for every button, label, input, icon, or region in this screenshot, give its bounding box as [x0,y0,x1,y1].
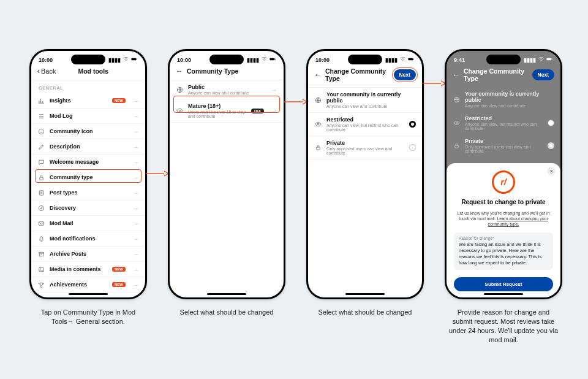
lock-icon [453,142,460,150]
wifi-icon [261,56,268,64]
options-list: RestrictedAnyone can view, but restrict … [447,112,560,157]
caption-2: Select what should be changed [180,308,274,317]
chevron-right-icon: → [133,235,139,242]
arrow-left-icon: ← [453,71,460,78]
chevron-right-icon: → [133,113,139,120]
reason-input[interactable]: Reason for change* We are facing an issu… [454,232,553,270]
row-label: Achievements [50,281,107,288]
learn-link[interactable]: Learn about changing your community type… [488,216,548,226]
row-label: Community Icon [50,128,128,134]
radio[interactable] [409,121,416,128]
menu-row-achievements[interactable]: AchievementsNEW→ [31,277,145,293]
next-button[interactable]: Next [532,69,554,80]
home-indicator [69,293,108,295]
eye-icon [453,120,460,127]
svg-rect-30 [454,145,458,148]
chevron-right-icon: → [133,98,139,104]
badge: NEW [112,267,126,272]
menu-row-community-icon[interactable]: Community Icon→ [31,124,145,139]
chevron-right-icon: → [271,86,277,93]
back-button[interactable]: ← [453,71,460,78]
caption-3: Select what should be changed [318,308,412,317]
phone-request-sheet: 9:41 ▮▮▮▮ ← Change Community Type [445,49,562,299]
highlight-next [392,67,418,82]
row-label: Discovery [50,205,128,211]
row-sub: Anyone can view, but restrict who can co… [465,122,543,131]
notch [348,55,382,64]
globe-icon [314,96,322,104]
arrow-connector [423,83,446,83]
menu-row-post-types[interactable]: Post types→ [31,185,145,201]
notch [71,55,105,64]
pencil-icon [37,143,45,150]
menu-row-mod-mail[interactable]: Mod Mail→ [31,216,145,231]
menu-row-mod-log[interactable]: Mod Log→ [31,109,145,124]
menu-row-community-type[interactable]: Community type→ [31,170,145,185]
menu-row-description[interactable]: Description→ [31,139,145,155]
archive-icon [37,250,45,258]
home-indicator [207,293,246,295]
title-bar: ← Change Community Type Next [447,65,560,87]
status-time: 10:00 [315,57,330,63]
signal-icon: ▮▮▮▮ [385,57,398,63]
menu-general: InsightsNEW→Mod Log→Community Icon→Descr… [31,93,145,293]
page-title: Change Community Type [325,67,390,82]
back-button[interactable]: ← [314,71,322,78]
badge: NEW [112,98,126,103]
signal-icon: ▮▮▮▮ [247,57,259,63]
menu-row-private[interactable]: PrivateOnly approved users can view and … [447,134,560,157]
menu-row-public[interactable]: PublicAnyone can view and contribute→ [170,80,284,99]
badge: OFF [251,109,264,113]
submit-button[interactable]: Submit Request [454,277,553,291]
row-label: Restricted [326,117,404,123]
trophy-icon [37,281,45,288]
menu-row-mature-18-[interactable]: Mature (18+)Users must be over 18 to vie… [170,99,284,123]
row-label: Archive Posts [50,251,128,257]
eye-icon [314,121,322,128]
battery-icon [408,56,415,64]
menu-row-mod-notifications[interactable]: Mod notifications→ [31,231,145,247]
next-button[interactable]: Next [394,69,416,80]
menu-row-discovery[interactable]: Discovery→ [31,201,145,216]
back-button[interactable]: ← [176,67,183,75]
svg-rect-15 [270,58,274,61]
home-indicator [484,293,523,295]
radio[interactable] [548,120,554,126]
home-indicator [345,293,385,295]
arrow-connector [284,101,307,102]
wifi-icon [399,56,406,64]
svg-point-5 [39,205,43,210]
radio[interactable] [409,144,416,151]
row-label: Description [50,144,128,150]
title-bar: ‹ Back Mod tools [31,65,145,80]
status-sub: Anyone can view and contribute [326,104,416,109]
menu-row-archive-posts[interactable]: Archive Posts→ [31,247,145,262]
svg-rect-7 [39,252,43,253]
menu-row-restricted[interactable]: RestrictedAnyone can view, but restrict … [447,112,560,134]
signal-icon: ▮▮▮▮ [524,57,536,63]
row-label: Restricted [465,115,543,121]
row-label: Mod notifications [50,235,128,242]
row-label: Mod Mail [50,220,128,226]
svg-rect-21 [413,59,414,60]
radio[interactable] [548,142,554,149]
menu-row-private[interactable]: PrivateOnly approved users can view and … [308,136,422,159]
svg-rect-0 [131,58,136,61]
lock-icon [37,174,45,181]
phone-community-type: 10:00 ▮▮▮▮ ← Community Type PublicAnyon [168,49,285,299]
svg-rect-27 [552,59,552,60]
smile-icon [37,128,45,135]
menu-row-welcome-message[interactable]: Welcome message→ [31,155,145,170]
close-button[interactable]: ✕ [547,167,556,175]
row-sub: Anyone can view and contribute [188,91,266,95]
svg-rect-20 [408,58,413,61]
battery-icon [546,56,553,64]
menu-row-media-in-comments[interactable]: Media in commentsNEW→ [31,262,145,277]
row-label: Insights [50,98,107,104]
menu-row-insights[interactable]: InsightsNEW→ [31,93,145,109]
svg-rect-26 [546,58,551,61]
doc-icon [37,189,45,196]
reddit-logo-icon: r/ [492,170,515,194]
status-time: 10:00 [177,57,191,63]
menu-row-restricted[interactable]: RestrictedAnyone can view, but restrict … [308,113,422,136]
